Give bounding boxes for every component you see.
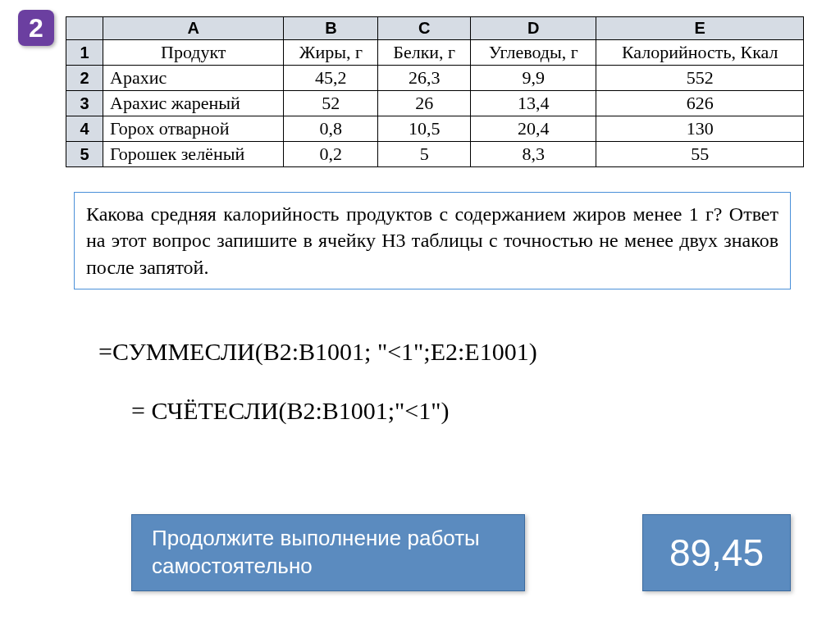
table-row: 1 Продукт Жиры, г Белки, г Углеводы, г К… xyxy=(66,40,804,66)
row-num: 3 xyxy=(66,91,103,116)
row-num: 4 xyxy=(66,116,103,142)
cell: 626 xyxy=(596,91,804,116)
question-text: Какова средняя калорийность продуктов с … xyxy=(74,192,791,289)
cell: 8,3 xyxy=(471,142,596,167)
cell: Жиры, г xyxy=(284,40,378,66)
col-b: B xyxy=(284,17,378,40)
cell: 0,2 xyxy=(284,142,378,167)
continue-instruction: Продолжите выполнение работы самостоятел… xyxy=(131,514,525,591)
formula-sumif: =СУММЕСЛИ(B2:B1001; "<1";E2:E1001) xyxy=(98,322,815,381)
cell: 20,4 xyxy=(471,116,596,142)
cell: 55 xyxy=(596,142,804,167)
cell: Калорийность, Ккал xyxy=(596,40,804,66)
table-row: 5 Горошек зелёный 0,2 5 8,3 55 xyxy=(66,142,804,167)
formulas-block: =СУММЕСЛИ(B2:B1001; "<1";E2:E1001) = СЧЁ… xyxy=(98,322,815,440)
table-row: 4 Горох отварной 0,8 10,5 20,4 130 xyxy=(66,116,804,142)
table-row: 3 Арахис жареный 52 26 13,4 626 xyxy=(66,91,804,116)
cell: 45,2 xyxy=(284,66,378,91)
bottom-row: Продолжите выполнение работы самостоятел… xyxy=(25,514,815,591)
col-a: A xyxy=(103,17,284,40)
spreadsheet-table-wrap: A B C D E 1 Продукт Жиры, г Белки, г Угл… xyxy=(66,16,804,167)
answer-value: 89,45 xyxy=(642,514,791,591)
table-row: 2 Арахис 45,2 26,3 9,9 552 xyxy=(66,66,804,91)
task-number-badge: 2 xyxy=(18,10,54,46)
cell: Углеводы, г xyxy=(471,40,596,66)
row-num: 1 xyxy=(66,40,103,66)
column-headers-row: A B C D E xyxy=(66,17,804,40)
cell: Горох отварной xyxy=(103,116,284,142)
cell: 13,4 xyxy=(471,91,596,116)
cell: 10,5 xyxy=(378,116,471,142)
spreadsheet-table: A B C D E 1 Продукт Жиры, г Белки, г Угл… xyxy=(66,16,804,167)
col-e: E xyxy=(596,17,804,40)
cell: Арахис жареный xyxy=(103,91,284,116)
cell: Арахис xyxy=(103,66,284,91)
cell: 130 xyxy=(596,116,804,142)
cell: 552 xyxy=(596,66,804,91)
row-num: 2 xyxy=(66,66,103,91)
cell: 26 xyxy=(378,91,471,116)
cell: Горошек зелёный xyxy=(103,142,284,167)
cell: 9,9 xyxy=(471,66,596,91)
cell: 26,3 xyxy=(378,66,471,91)
cell: 5 xyxy=(378,142,471,167)
cell: 52 xyxy=(284,91,378,116)
row-num: 5 xyxy=(66,142,103,167)
cell: Белки, г xyxy=(378,40,471,66)
corner-cell xyxy=(66,17,103,40)
cell: 0,8 xyxy=(284,116,378,142)
col-c: C xyxy=(378,17,471,40)
formula-countif: = СЧЁТЕСЛИ(B2:B1001;"<1") xyxy=(131,381,815,440)
cell: Продукт xyxy=(103,40,284,66)
col-d: D xyxy=(471,17,596,40)
